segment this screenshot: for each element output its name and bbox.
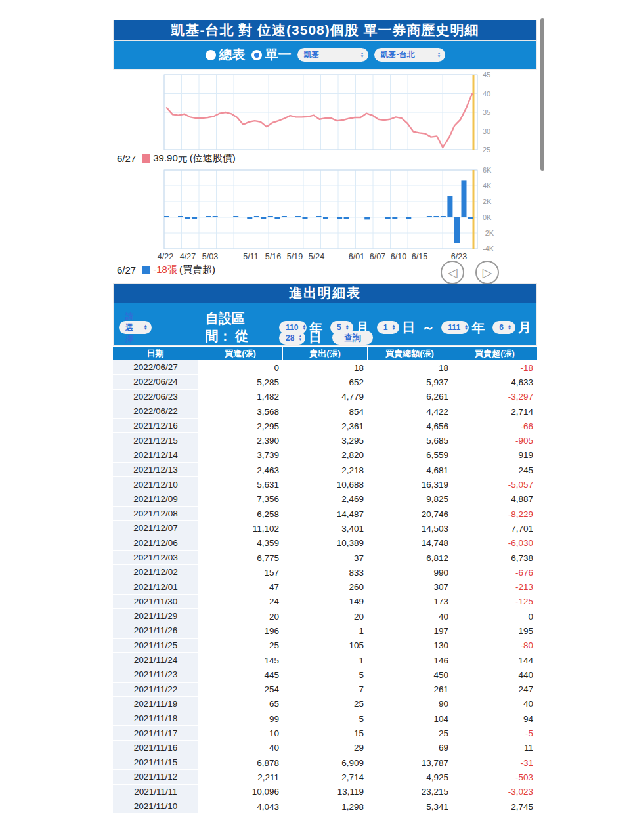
x-axis-label: 6/15	[406, 252, 433, 261]
net-cell: 11	[452, 741, 537, 755]
query-button[interactable]: 查詢	[332, 331, 373, 345]
total-cell: 307	[368, 579, 452, 594]
total-cell: 130	[368, 639, 452, 653]
sell-cell: 10,688	[283, 477, 368, 492]
net-cell: -3,023	[452, 785, 537, 799]
total-cell: 4,422	[368, 404, 452, 419]
date-cell: 2022/06/22	[113, 404, 198, 419]
sell-cell: 5	[283, 711, 368, 726]
buy-cell: 4,043	[198, 799, 283, 814]
branch-select[interactable]: 凱基-台北 ▲▼	[374, 48, 445, 62]
price-chart: 4540353025	[113, 70, 537, 152]
from-day-value: 1	[383, 323, 388, 332]
table-row: 2021/12/086,25814,48720,746-8,229	[113, 507, 537, 521]
radio-summary-label: 總表	[219, 46, 246, 64]
buy-cell: 47	[198, 579, 283, 594]
radio-summary[interactable]: 總表	[206, 46, 246, 64]
sell-cell: 2,218	[283, 463, 368, 477]
sell-cell: 2,714	[283, 770, 368, 784]
range-label: 自設區間： 從	[206, 310, 263, 345]
sell-cell: 37	[283, 551, 368, 565]
vertical-scrollbar[interactable]	[540, 18, 544, 171]
buy-cell: 25	[198, 639, 283, 653]
sell-cell: 5	[283, 667, 368, 682]
net-cell: -676	[452, 565, 537, 579]
chevron-updown-icon: ▲▼	[437, 52, 441, 58]
date-cell: 2021/11/23	[113, 667, 198, 682]
total-cell: 4,925	[368, 770, 452, 784]
volume-caption-date: 6/27	[117, 264, 136, 276]
day-label: 日	[309, 329, 322, 346]
svg-text:-4K: -4K	[483, 245, 494, 252]
date-range-form: 請選擇 ▲▼ 自設區間： 從 110 ▲▼ 年 5 ▲▼ 月 1 ▲▼	[113, 303, 537, 346]
net-cell: 4,633	[452, 375, 537, 389]
svg-text:25: 25	[483, 146, 490, 152]
net-cell: 440	[452, 667, 537, 682]
from-day-select[interactable]: 1 ▲▼	[377, 321, 400, 334]
date-cell: 2021/11/29	[113, 609, 198, 623]
net-cell: -80	[452, 639, 537, 653]
total-cell: 14,748	[368, 536, 452, 551]
net-cell: -125	[452, 595, 537, 609]
radio-single-icon[interactable]	[251, 50, 262, 60]
table-row: 2022/06/231,4824,7796,261-3,297	[113, 390, 537, 404]
sell-cell: 1	[283, 623, 368, 638]
net-cell: 0	[452, 609, 537, 623]
date-cell: 2022/06/24	[113, 375, 198, 389]
buy-cell: 5,285	[198, 375, 283, 389]
page-title: 凱基-台北 對 位速(3508)個股 單一券商歷史明細	[113, 20, 537, 41]
chart-pager: ◁ ▷	[441, 261, 499, 284]
to-day-value: 28	[286, 333, 294, 343]
date-cell: 2021/11/22	[113, 682, 198, 697]
preset-select[interactable]: 請選擇 ▲▼	[119, 321, 152, 334]
to-year-value: 111	[448, 323, 460, 332]
to-year-select[interactable]: 111 ▲▼	[441, 321, 469, 334]
total-cell: 104	[368, 711, 452, 726]
chevron-updown-icon: ▲▼	[360, 52, 364, 58]
buy-cell: 20	[198, 609, 283, 623]
col-header-net: 買賣超(張)	[452, 346, 537, 360]
date-cell: 2021/12/14	[113, 448, 198, 463]
to-day-select[interactable]: 28 ▲▼	[279, 331, 305, 345]
total-cell: 40	[368, 609, 452, 623]
buy-cell: 2,295	[198, 419, 283, 433]
chevron-updown-icon: ▲▼	[391, 324, 395, 331]
buy-cell: 10,096	[198, 785, 283, 799]
table-row: 2021/11/2525105130-80	[113, 639, 537, 653]
table-row: 2021/11/261961197195	[113, 623, 537, 638]
chevron-updown-icon: ▲▼	[464, 324, 468, 331]
net-cell: 247	[452, 682, 537, 697]
buy-cell: 6,258	[198, 507, 283, 521]
price-caption-date: 6/27	[117, 153, 136, 164]
buy-cell: 7,356	[198, 492, 283, 507]
date-cell: 2021/12/15	[113, 433, 198, 448]
broker-select[interactable]: 凱基 ▲▼	[297, 48, 368, 62]
net-cell: -213	[452, 579, 537, 594]
net-cell: 6,738	[452, 551, 537, 565]
radio-summary-icon[interactable]	[206, 50, 216, 60]
month-label: 月	[518, 319, 531, 337]
sell-cell: 29	[283, 741, 368, 755]
net-cell: 2,714	[452, 404, 537, 419]
table-row: 2021/12/162,2952,3614,656-66	[113, 419, 537, 433]
table-row: 2021/12/097,3562,4699,8254,887	[113, 492, 537, 507]
net-cell: -8,229	[452, 507, 537, 521]
table-row: 2021/11/104,0431,2985,3412,745	[113, 799, 537, 814]
radio-single[interactable]: 單一	[251, 46, 292, 64]
to-month-select[interactable]: 6 ▲▼	[492, 321, 515, 334]
total-cell: 5,937	[368, 375, 452, 389]
net-cell: 144	[452, 653, 537, 667]
buy-cell: 40	[198, 741, 283, 755]
chevron-updown-icon: ▲▼	[298, 335, 302, 341]
table-body: 2022/06/2701818-182022/06/245,2856525,93…	[113, 360, 537, 814]
detail-table: 日期 買進(張) 賣出(張) 買賣總額(張) 買賣超(張) 2022/06/27…	[113, 346, 537, 814]
volume-caption-series: (買賣超)	[179, 264, 215, 276]
date-cell: 2021/12/06	[113, 536, 198, 551]
date-cell: 2021/11/16	[113, 741, 198, 755]
table-row: 2021/12/143,7392,8206,559919	[113, 448, 537, 463]
table-header-row: 日期 買進(張) 賣出(張) 買賣總額(張) 買賣超(張)	[113, 346, 537, 360]
total-cell: 450	[368, 667, 452, 682]
next-page-button[interactable]: ▷	[475, 261, 499, 284]
prev-page-button[interactable]: ◁	[441, 261, 464, 284]
table-row: 2022/06/223,5688544,4222,714	[113, 404, 537, 419]
